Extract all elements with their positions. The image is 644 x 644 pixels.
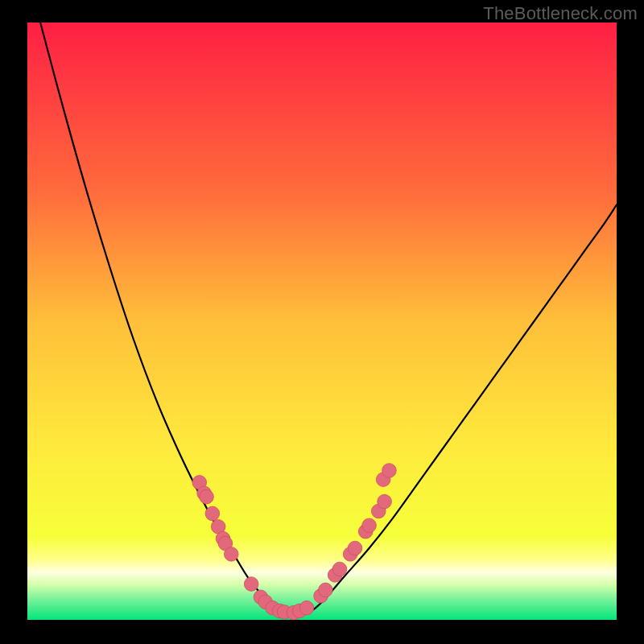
data-point xyxy=(332,562,347,576)
data-point xyxy=(200,489,214,504)
chart-root: TheBottleneck.com xyxy=(0,0,644,644)
data-point xyxy=(299,601,314,615)
data-point xyxy=(348,541,362,555)
chart-svg xyxy=(0,0,644,644)
gradient-plot-area xyxy=(27,23,617,620)
data-point xyxy=(378,494,392,509)
data-point xyxy=(205,506,220,521)
data-point xyxy=(244,577,258,592)
data-point xyxy=(319,583,333,597)
watermark-label: TheBottleneck.com xyxy=(483,3,638,24)
data-point xyxy=(362,518,377,533)
data-point xyxy=(382,464,397,478)
data-point xyxy=(224,547,238,562)
